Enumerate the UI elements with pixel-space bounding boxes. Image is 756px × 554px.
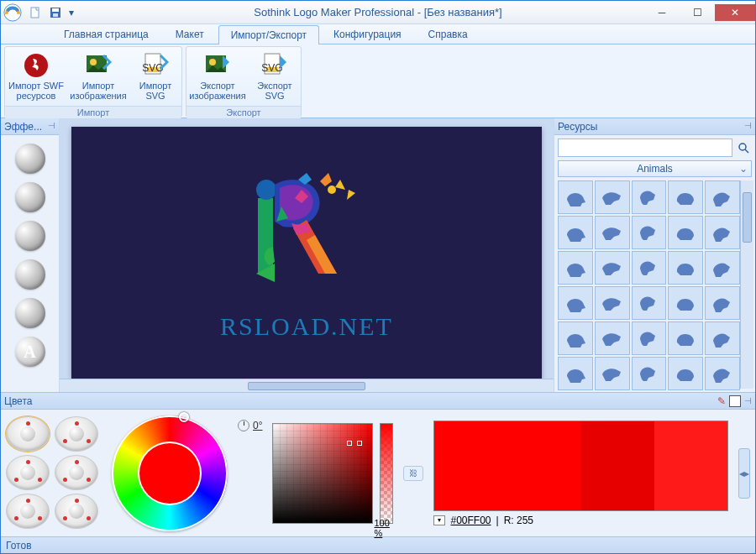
import-image-button[interactable]: Импорт изображения [68,48,129,105]
resource-item[interactable] [705,251,740,285]
category-dropdown[interactable]: Animals ⌄ [558,160,752,177]
resource-item[interactable] [632,216,667,249]
resource-item[interactable] [668,251,703,285]
alpha-slider[interactable]: 100 % [380,423,393,524]
expand-swatches-button[interactable]: ◂▸ [738,448,750,499]
logo-text[interactable]: RSLOAD.NET [220,312,393,341]
resource-item[interactable] [668,216,703,249]
alpha-value: 100 % [374,518,392,538]
harmony-2[interactable] [55,416,98,452]
pin-icon[interactable]: ⊣ [48,121,55,130]
resource-item[interactable] [558,251,593,285]
tab-import-export[interactable]: Импорт/Экспорт [218,25,319,44]
resource-item[interactable] [632,251,667,285]
resource-item[interactable] [668,357,703,390]
wheel-marker[interactable] [179,412,189,422]
resources-panel-header[interactable]: Ресурсы ⊣ [554,118,755,135]
search-input[interactable] [558,138,732,157]
import-swf-button[interactable]: Импорт SWF ресурсов [6,48,66,105]
vscroll-thumb[interactable] [743,192,752,243]
qat-dropdown[interactable]: ▾ [66,4,76,21]
svg-point-17 [256,180,276,200]
sv-picker[interactable] [352,439,360,447]
resource-item[interactable] [632,321,667,355]
resource-item[interactable] [595,357,630,390]
effect-preset-4[interactable] [15,259,45,290]
tab-layout[interactable]: Макет [163,24,217,44]
export-svg-button[interactable]: SVG Экспорт SVG [249,48,300,105]
resource-item[interactable] [705,180,740,214]
resource-item[interactable] [632,357,667,390]
tab-config[interactable]: Конфигурация [321,24,414,44]
resource-item[interactable] [705,357,740,390]
minimize-button[interactable]: ─ [644,4,680,21]
resource-item[interactable] [705,321,740,355]
color-wheel[interactable] [112,416,228,531]
harmony-4[interactable] [55,455,98,490]
resource-item[interactable] [668,286,703,320]
angle-knob-icon [238,420,249,431]
swatch-3[interactable] [581,421,654,510]
canvas-viewport[interactable]: RSLOAD.NET [60,118,554,379]
harmony-5[interactable] [6,494,50,529]
swatch-1[interactable] [434,421,507,510]
hex-value[interactable]: #00FF00 [450,515,491,526]
category-label: Animals [637,163,673,175]
resource-item[interactable] [632,180,667,214]
ribbon-tabs: Главная страница Макет Импорт/Экспорт Ко… [1,24,755,44]
effect-text-preset[interactable]: A [15,337,45,367]
resource-item[interactable] [668,321,703,355]
harmony-mono[interactable] [6,416,50,452]
resource-item[interactable] [668,180,703,214]
canvas-hscrollbar[interactable] [60,379,554,392]
resource-item[interactable] [558,216,593,249]
close-button[interactable]: ✕ [715,4,755,21]
export-image-button[interactable]: Экспорт изображения [187,48,248,105]
resource-item[interactable] [558,180,593,214]
svg-text:SVG: SVG [261,62,282,74]
resource-item[interactable] [595,180,630,214]
current-color-swatch[interactable] [729,395,741,407]
swatch-strip[interactable] [433,421,728,511]
resource-item[interactable] [595,216,630,249]
hscroll-thumb[interactable] [248,382,365,390]
hue-angle[interactable]: 0° [238,420,262,431]
resource-item[interactable] [558,357,593,390]
new-file-button[interactable] [26,4,45,21]
colors-panel-header[interactable]: Цвета ✎ ⊣ [1,393,755,410]
search-button[interactable] [735,138,752,157]
resource-item[interactable] [632,286,667,320]
logo-artwork[interactable] [214,165,399,307]
eyedropper-icon[interactable]: ✎ [717,395,726,407]
swatch-4[interactable] [654,421,727,510]
resources-vscrollbar[interactable] [740,180,753,389]
link-colors-button[interactable]: ⛓ [403,466,423,481]
maximize-button[interactable]: ☐ [680,4,715,21]
pin-icon[interactable]: ⊣ [744,396,752,405]
import-svg-button[interactable]: SVG Импорт SVG [130,48,181,105]
effect-preset-1[interactable] [15,144,45,174]
tab-help[interactable]: Справка [416,24,480,44]
save-button[interactable] [46,4,65,21]
effects-panel-header[interactable]: Эффе... ⊣ [1,118,59,135]
swatch-menu[interactable]: ▾ [433,515,445,525]
effect-preset-5[interactable] [15,298,45,328]
swatch-2[interactable] [508,421,581,510]
resources-grid [558,180,740,389]
app-icon[interactable] [1,1,24,24]
resource-item[interactable] [595,321,630,355]
resource-item[interactable] [705,216,740,249]
resource-item[interactable] [558,321,593,355]
resource-item[interactable] [595,286,630,320]
effect-preset-3[interactable] [15,221,45,251]
canvas-stage[interactable]: RSLOAD.NET [71,127,542,379]
resource-item[interactable] [705,286,740,320]
tab-home[interactable]: Главная страница [51,24,161,44]
resource-item[interactable] [595,251,630,285]
effect-preset-2[interactable] [15,182,45,212]
harmony-3[interactable] [6,455,50,490]
resource-item[interactable] [558,286,593,320]
pin-icon[interactable]: ⊣ [744,121,752,130]
saturation-value-box[interactable] [272,423,373,524]
harmony-6[interactable] [55,494,98,529]
